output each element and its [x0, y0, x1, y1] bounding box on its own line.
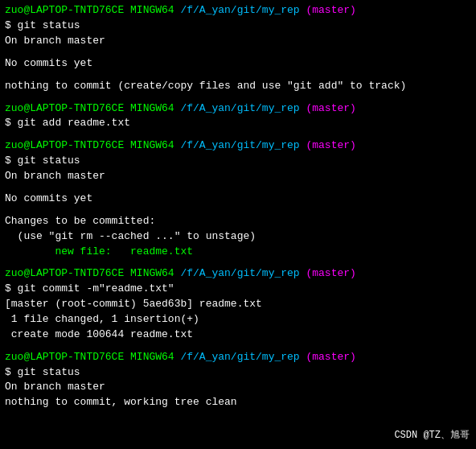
- terminal-line: No commits yet: [5, 56, 471, 72]
- terminal-line: create mode 100644 readme.txt: [5, 327, 471, 343]
- plain-text: 1 file changed, 1 insertion(+): [5, 313, 199, 325]
- terminal-line: zuo@LAPTOP-TNTD76CE MINGW64 /f/A_yan/git…: [5, 101, 471, 117]
- terminal-line: (use "git rm --cached ..." to unstage): [5, 229, 471, 245]
- terminal-line: On branch master: [5, 34, 471, 49]
- plain-text: [master (root-commit) 5aed63b] readme.tx…: [5, 298, 262, 310]
- terminal-line: Changes to be committed:: [5, 214, 471, 229]
- terminal-line: new file: readme.txt: [5, 245, 471, 260]
- plain-text: create mode 100644 readme.txt: [5, 328, 193, 340]
- prompt-user: zuo@LAPTOP-TNTD76CE MINGW64: [5, 4, 180, 16]
- prompt-user: zuo@LAPTOP-TNTD76CE MINGW64: [5, 351, 180, 363]
- terminal-line: $ git add readme.txt: [5, 116, 471, 131]
- command-text: $ git status: [5, 366, 80, 378]
- terminal-line: 1 file changed, 1 insertion(+): [5, 312, 471, 327]
- prompt-path: /f/A_yan/git/my_rep: [180, 4, 306, 16]
- terminal-line: $ git commit -m"readme.txt": [5, 282, 471, 297]
- plain-text: nothing to commit (create/copy files and…: [5, 80, 406, 92]
- terminal-line: nothing to commit, working tree clean: [5, 395, 471, 410]
- terminal-line: $ git status: [5, 19, 471, 34]
- prompt-user: zuo@LAPTOP-TNTD76CE MINGW64: [5, 102, 180, 114]
- prompt-path: /f/A_yan/git/my_rep: [180, 139, 306, 151]
- terminal-line: zuo@LAPTOP-TNTD76CE MINGW64 /f/A_yan/git…: [5, 350, 471, 365]
- prompt-branch: (master): [306, 267, 355, 279]
- plain-text: On branch master: [5, 35, 105, 47]
- command-text: $ git status: [5, 154, 80, 167]
- terminal-line: [5, 93, 471, 101]
- green-text: new file: readme.txt: [5, 245, 193, 257]
- prompt-branch: (master): [306, 4, 355, 16]
- terminal-line: zuo@LAPTOP-TNTD76CE MINGW64 /f/A_yan/git…: [5, 3, 471, 19]
- terminal-line: [5, 207, 471, 214]
- terminal-line: $ git status: [5, 154, 471, 169]
- command-text: $ git commit -m"readme.txt": [5, 282, 174, 295]
- command-text: $ git status: [5, 19, 80, 31]
- terminal-line: On branch master: [5, 380, 471, 395]
- terminal-line: [5, 131, 471, 138]
- terminal-line: [master (root-commit) 5aed63b] readme.tx…: [5, 297, 471, 312]
- prompt-path: /f/A_yan/git/my_rep: [180, 267, 306, 279]
- prompt-path: /f/A_yan/git/my_rep: [180, 351, 306, 363]
- plain-text: On branch master: [5, 381, 105, 393]
- terminal-line: [5, 71, 471, 78]
- prompt-branch: (master): [306, 351, 355, 363]
- terminal-line: [5, 259, 471, 266]
- terminal-line: $ git status: [5, 365, 471, 381]
- terminal-line: zuo@LAPTOP-TNTD76CE MINGW64 /f/A_yan/git…: [5, 266, 471, 282]
- plain-text: No commits yet: [5, 192, 92, 204]
- watermark: CSDN @TZ、旭哥: [394, 429, 470, 443]
- terminal-line: nothing to commit (create/copy files and…: [5, 79, 471, 94]
- prompt-branch: (master): [306, 139, 355, 151]
- nothing-text: nothing to commit, working tree clean: [5, 396, 237, 408]
- terminal-line: zuo@LAPTOP-TNTD76CE MINGW64 /f/A_yan/git…: [5, 138, 471, 154]
- terminal-line: [5, 49, 471, 56]
- terminal-output: zuo@LAPTOP-TNTD76CE MINGW64 /f/A_yan/git…: [5, 3, 471, 410]
- terminal-line: [5, 184, 471, 192]
- prompt-user: zuo@LAPTOP-TNTD76CE MINGW64: [5, 267, 180, 279]
- terminal-line: No commits yet: [5, 192, 471, 207]
- prompt-branch: (master): [306, 102, 355, 114]
- plain-text: Changes to be committed:: [5, 215, 155, 227]
- command-text: $ git add readme.txt: [5, 117, 130, 129]
- plain-text: No commits yet: [5, 57, 92, 69]
- terminal-window: zuo@LAPTOP-TNTD76CE MINGW64 /f/A_yan/git…: [0, 0, 476, 449]
- plain-text: On branch master: [5, 170, 105, 182]
- terminal-line: [5, 343, 471, 350]
- terminal-line: On branch master: [5, 169, 471, 184]
- prompt-path: /f/A_yan/git/my_rep: [180, 102, 306, 114]
- plain-text: (use "git rm --cached ..." to unstage): [5, 230, 256, 242]
- prompt-user: zuo@LAPTOP-TNTD76CE MINGW64: [5, 139, 180, 151]
